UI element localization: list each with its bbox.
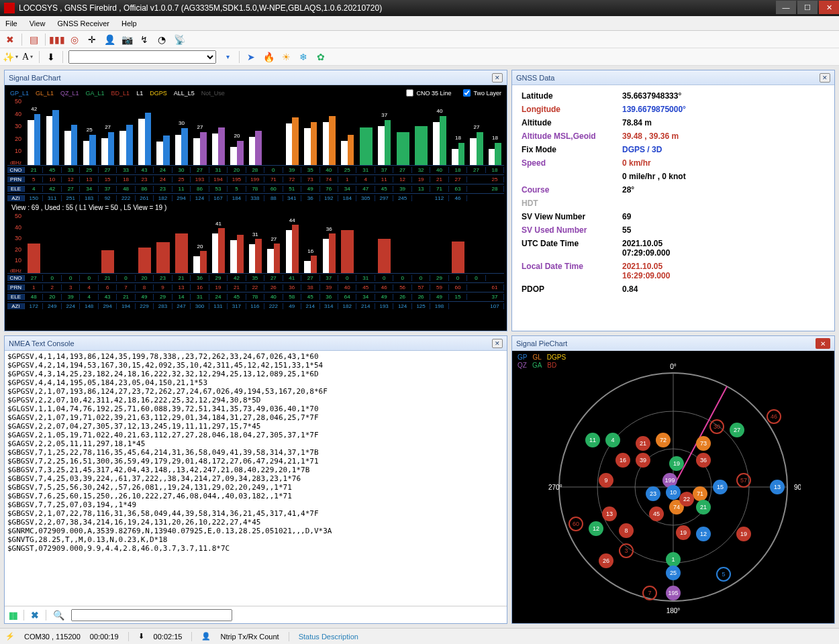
satellite-marker: 46 (767, 409, 781, 424)
panel-close-icon[interactable]: ✕ (492, 339, 503, 348)
satellite-marker: 16 (615, 453, 630, 468)
legend-item: QZ_L1 (60, 90, 79, 97)
bar: 25 (80, 98, 98, 165)
menu-gnss-receiver[interactable]: GNSS Receiver (57, 19, 109, 28)
satellite-marker: 21 (636, 436, 650, 451)
data-row-ele: ELE4422734374886231186535786051497634474… (7, 184, 504, 193)
bar: 20 (228, 98, 246, 165)
svg-text:0°: 0° (670, 363, 677, 370)
bar (430, 213, 448, 273)
legend-item: GP_L1 (10, 90, 29, 97)
play-icon[interactable]: ▮▮ (9, 610, 17, 621)
bar: 40 (430, 98, 448, 165)
satellite-marker: 25 (666, 566, 681, 580)
bar: 41 (209, 213, 228, 273)
sun-icon[interactable]: ☀ (280, 51, 292, 63)
panel-close-icon[interactable]: ✕ (820, 73, 830, 83)
panel-title: Signal PieChart (516, 339, 567, 347)
text-dropdown[interactable]: A (21, 51, 34, 63)
menu-help[interactable]: Help (121, 19, 137, 28)
gnss-row: Altitude78.84 m (522, 116, 825, 129)
data-row-azi: AZI1503112511839222226118229412416718433… (7, 193, 504, 203)
bar (486, 213, 504, 273)
fire-icon[interactable]: 🔥 (262, 51, 275, 63)
bar (449, 213, 467, 273)
bar: 18 (486, 98, 504, 165)
clear-icon[interactable]: ✖ (31, 610, 39, 621)
camera-icon[interactable]: 📷 (121, 34, 133, 46)
crosshair-icon[interactable]: ✛ (86, 34, 98, 46)
nmea-console-panel: NMEA Text Console ✕ $GPGSV,4,1,14,193,86… (4, 335, 507, 624)
wand-dropdown[interactable]: ✨ (4, 51, 16, 63)
panel-close-icon[interactable]: ✕ (816, 338, 830, 349)
barchart-legend: GP_L1GL_L1QZ_L1GA_L1BD_L1L1DGPSALL_L5Not… (7, 88, 504, 98)
toolbar-secondary: ✨ A ⬇ ▾ ➤ 🔥 ☀ ❄ ✿ (0, 48, 839, 66)
send-icon[interactable]: ➤ (245, 51, 257, 63)
gnss-row: UTC Date Time2021.10.05 07:29:09.000 (522, 237, 825, 260)
panel-title: NMEA Text Console (9, 339, 75, 347)
disconnect-icon[interactable]: ✖ (4, 34, 16, 46)
bar (154, 213, 172, 273)
download-icon[interactable]: ⬇ (45, 51, 57, 63)
satellite-marker: 195 (666, 586, 681, 600)
cno35-checkbox[interactable] (406, 89, 413, 97)
legend-item: DGPS (150, 90, 167, 97)
search-input[interactable] (71, 609, 232, 621)
satellite-marker: 22 (679, 492, 694, 506)
bar: 36 (320, 213, 338, 273)
search-icon[interactable]: 🔍 (53, 610, 64, 621)
panel-title: GNSS Data (516, 74, 554, 82)
minimize-button[interactable]: — (776, 1, 796, 14)
data-row-ele: ELE4820394432149291431244578405845366434… (7, 292, 504, 301)
gauge-icon[interactable]: ◔ (156, 34, 168, 46)
chevron-down-icon[interactable]: ▾ (221, 51, 234, 63)
person-pin-icon[interactable]: 👤 (103, 34, 115, 46)
signal-bars-icon[interactable]: ▮▮▮ (51, 34, 63, 46)
bar: 27 (99, 98, 117, 165)
combo-select[interactable] (68, 50, 216, 64)
gnss-row: Course28° (522, 183, 825, 197)
bar: 31 (246, 213, 264, 273)
bar (209, 98, 228, 165)
view-used-line: View : 69 , Used : 55 ( L1 View = 50 , L… (7, 203, 504, 213)
bar (338, 213, 356, 273)
bar: 37 (375, 98, 393, 165)
bar (356, 213, 375, 273)
panel-close-icon[interactable]: ✕ (492, 73, 503, 83)
menu-file[interactable]: File (5, 19, 17, 28)
gnss-row: PDOP0.84 (522, 282, 825, 296)
satellite-marker: 36 (696, 453, 711, 468)
pdf-icon[interactable]: ▤ (28, 34, 40, 46)
nmea-footer: ▮▮ ✖ 🔍 (5, 606, 507, 623)
maximize-button[interactable]: ☐ (797, 1, 818, 14)
bar (43, 213, 61, 273)
gear-icon[interactable]: ✿ (315, 51, 327, 63)
gnss-data-list: Latitude35.6637948333°Longitude139.66798… (512, 85, 834, 300)
gnss-row: Altitude MSL,Geoid39.48 , 39.36 m (522, 129, 825, 143)
target-icon[interactable]: ◎ (68, 34, 81, 46)
nmea-text[interactable]: $GPGSV,4,1,14,193,86,124,35,199,78,338,,… (5, 351, 507, 606)
route-icon[interactable]: ↯ (138, 34, 150, 46)
legend-item: L1 (136, 90, 143, 97)
titlebar: LOCOSYS , GNSS Firebird , Official v1.0.… (0, 0, 839, 16)
gnss-data-panel: GNSS Data ✕ Latitude35.6637948333°Longit… (511, 70, 835, 331)
satellite-marker: 27 (730, 423, 744, 437)
satellite-marker: 1 (666, 552, 681, 567)
satellite-icon[interactable]: 📡 (173, 34, 185, 46)
satellite-marker: 3 (619, 543, 634, 558)
data-row-azi: AZI1722492241482941942292832473001313171… (7, 301, 504, 311)
gnss-row: Latitude35.6637948333° (522, 89, 825, 103)
satellite-marker: 4 (605, 433, 620, 447)
snowflake-icon[interactable]: ❄ (297, 51, 309, 63)
close-button[interactable]: ✕ (819, 1, 839, 14)
satellite-marker: 72 (656, 433, 671, 447)
data-row-cno: CNO2700021020232136294235274127370310002… (7, 273, 504, 282)
satellite-marker: 19 (736, 527, 751, 541)
bar (338, 98, 356, 165)
twolayer-checkbox[interactable] (463, 89, 471, 97)
gnss-row: Longitude139.6679875000° (522, 103, 825, 116)
legend-item: Not_Use (201, 90, 225, 97)
satellite-marker: 60 (569, 517, 583, 531)
bar (301, 98, 319, 165)
menu-view[interactable]: View (30, 19, 46, 28)
